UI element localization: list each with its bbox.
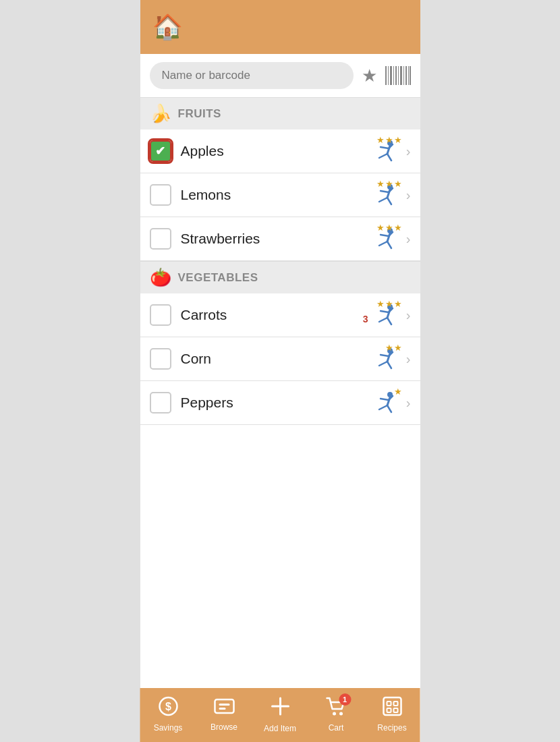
svg-line-46 [387, 405, 391, 412]
svg-line-40 [387, 362, 391, 368]
svg-rect-5 [398, 66, 399, 85]
star: ★ [394, 299, 402, 309]
svg-rect-57 [387, 702, 391, 706]
svg-rect-9 [408, 66, 409, 85]
svg-rect-7 [403, 66, 404, 85]
svg-rect-2 [390, 66, 392, 85]
list-item-peppers[interactable]: Peppers ★ › [140, 381, 420, 425]
fruits-label: FRUITS [178, 107, 221, 121]
barcode-icon[interactable] [385, 66, 411, 85]
checkbox-corn[interactable] [150, 348, 171, 370]
count-badge: 3 [363, 314, 368, 324]
svg-line-45 [379, 405, 387, 409]
list-item-strawberries[interactable]: Strawberries ★★★ › [140, 217, 420, 261]
item-right-lemons: ★★★ › [368, 183, 411, 207]
chevron-carrots: › [406, 308, 411, 323]
svg-rect-59 [387, 708, 391, 712]
runner-corn: ★★ [368, 347, 399, 371]
svg-rect-0 [385, 66, 387, 85]
item-name-strawberries: Strawberries [181, 231, 359, 247]
home-icon[interactable]: 🏠 [152, 15, 183, 39]
category-header-vegetables: 🍅 VEGETABLES [140, 261, 420, 293]
cart-badge: 1 [339, 693, 351, 706]
tab-browse[interactable]: Browse [196, 697, 252, 732]
stars-carrots: ★★★ [376, 299, 402, 309]
svg-rect-1 [388, 66, 389, 85]
star: ★ [385, 135, 393, 145]
list-item-apples[interactable]: Apples ★★★ › [140, 130, 420, 173]
item-right-corn: ★★ › [368, 347, 411, 371]
item-name-corn: Corn [181, 351, 359, 367]
star: ★ [394, 223, 402, 233]
tab-add-item[interactable]: Add Item [252, 695, 308, 733]
svg-line-31 [381, 311, 389, 312]
star: ★ [376, 223, 385, 233]
vegetables-label: VEGETABLES [178, 271, 258, 285]
category-header-fruits: 🍌 FRUITS [140, 97, 420, 130]
runner-strawberries: ★★★ [368, 227, 399, 251]
svg-rect-49 [215, 700, 233, 713]
svg-line-39 [379, 362, 387, 366]
list-content: 🍌 FRUITS Apples ★★★ › Lemo [140, 97, 420, 425]
svg-rect-58 [393, 702, 397, 706]
item-name-lemons: Lemons [181, 187, 359, 203]
star: ★ [385, 179, 393, 189]
svg-point-54 [333, 712, 336, 716]
star-icon[interactable]: ★ [362, 65, 377, 86]
stars-lemons: ★★★ [376, 179, 402, 189]
checkbox-lemons[interactable] [150, 184, 171, 206]
svg-line-43 [381, 399, 389, 400]
recipes-label: Recipes [377, 723, 406, 733]
app-container: 🏠 ★ 🍌 FRU [140, 0, 420, 742]
chevron-apples: › [406, 144, 411, 159]
star: ★ [385, 299, 393, 309]
star: ★ [394, 135, 402, 145]
star: ★ [385, 223, 393, 233]
header: 🏠 [140, 0, 420, 54]
runner-carrots: 3 ★★★ [368, 303, 399, 327]
svg-rect-56 [383, 697, 401, 715]
checkbox-strawberries[interactable] [150, 228, 171, 250]
tab-recipes[interactable]: Recipes [364, 696, 420, 733]
list-item-corn[interactable]: Corn ★★ › [140, 337, 420, 381]
svg-line-37 [381, 355, 389, 356]
item-name-carrots: Carrots [181, 307, 359, 323]
svg-line-34 [387, 318, 391, 324]
stars-apples: ★★★ [376, 135, 402, 145]
star: ★ [394, 179, 402, 189]
svg-line-27 [379, 241, 387, 246]
runner-apples: ★★★ [368, 139, 399, 163]
item-right-strawberries: ★★★ › [368, 227, 411, 251]
item-name-peppers: Peppers [181, 395, 359, 411]
chevron-peppers: › [406, 395, 411, 411]
stars-corn: ★★ [385, 343, 402, 353]
svg-text:$: $ [165, 701, 171, 712]
vegetables-emoji: 🍅 [150, 267, 171, 288]
browse-icon [213, 697, 235, 720]
checkbox-apples[interactable] [150, 140, 171, 162]
checkbox-carrots[interactable] [150, 304, 171, 326]
search-input[interactable] [150, 62, 354, 89]
star: ★ [376, 135, 385, 145]
svg-point-55 [339, 712, 343, 716]
list-item-lemons[interactable]: Lemons ★★★ › [140, 173, 420, 217]
tab-cart[interactable]: 1 Cart [308, 696, 364, 733]
list-item-carrots[interactable]: Carrots 3 ★★★ › [140, 293, 420, 337]
svg-rect-10 [410, 66, 411, 85]
svg-line-25 [381, 235, 389, 236]
star: ★ [385, 343, 393, 353]
svg-line-15 [379, 154, 387, 158]
tab-savings[interactable]: $ Savings [140, 696, 196, 733]
svg-line-33 [379, 318, 387, 322]
svg-line-21 [379, 198, 387, 202]
runner-peppers: ★ [368, 391, 399, 415]
star: ★ [394, 343, 402, 353]
savings-icon: $ [158, 696, 178, 721]
chevron-lemons: › [406, 188, 411, 203]
star: ★ [376, 179, 385, 189]
svg-rect-50 [219, 704, 229, 706]
svg-line-16 [387, 154, 391, 161]
checkbox-peppers[interactable] [150, 392, 171, 413]
item-name-apples: Apples [181, 143, 359, 159]
svg-rect-51 [219, 708, 225, 710]
